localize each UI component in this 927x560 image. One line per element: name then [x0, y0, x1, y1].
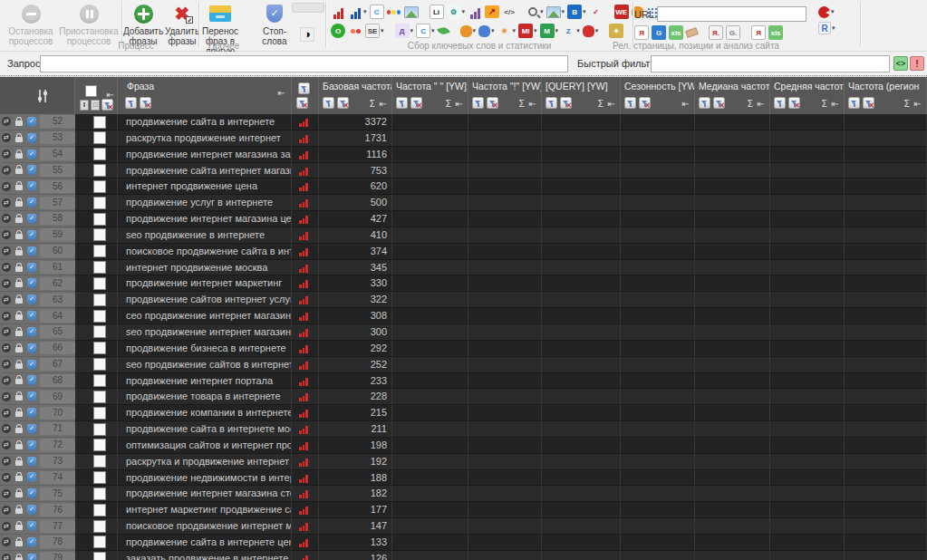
row-checkbox[interactable]: [93, 439, 106, 451]
frequency-chart-icon[interactable]: [299, 119, 308, 127]
row-transfer-icon[interactable]: ⇄: [2, 133, 11, 142]
leaf-icon-button[interactable]: [438, 23, 449, 39]
phrase-text[interactable]: продвижение сайта интернет магазина: [118, 163, 291, 179]
shield-icon[interactable]: ✓: [27, 505, 36, 515]
shield-icon[interactable]: ✓: [27, 537, 36, 547]
shield-icon[interactable]: ✓: [27, 488, 36, 498]
row-number[interactable]: 53: [40, 131, 75, 144]
row-header[interactable]: ⇄✓62: [0, 275, 75, 292]
frequency-chart-icon[interactable]: [299, 135, 308, 143]
row-number[interactable]: 75: [40, 488, 75, 500]
row-header[interactable]: ⇄✓74: [0, 470, 75, 487]
row-checkbox[interactable]: [93, 488, 106, 500]
filter-icon[interactable]: [472, 97, 484, 109]
row-checkbox[interactable]: [93, 552, 106, 560]
filter-icon[interactable]: [624, 97, 636, 109]
phrase-text[interactable]: поисковое продвижение интернет магаз: [118, 518, 291, 534]
row-number[interactable]: 70: [40, 407, 75, 420]
purple-chart-icon-button[interactable]: [468, 4, 482, 20]
shield-icon[interactable]: ✓: [27, 230, 36, 240]
frequency-chart-icon[interactable]: [299, 345, 308, 353]
shield-icon[interactable]: ✓: [27, 150, 36, 159]
liveinternet-icon-button[interactable]: Li: [430, 4, 444, 20]
row-transfer-icon[interactable]: ⇄: [2, 473, 11, 482]
row-header[interactable]: ⇄✓76: [0, 502, 75, 518]
phrase-text[interactable]: оптимизация сайтов и интернет продви: [118, 438, 291, 453]
lock-icon[interactable]: [15, 185, 23, 190]
phrase-text[interactable]: продвижение интернет портала: [118, 373, 291, 389]
row-header[interactable]: ⇄✓61: [0, 260, 75, 276]
spellcheck-icon-button[interactable]: ✓: [589, 4, 604, 20]
phrase-text[interactable]: продвижение интернет магазина стоимо: [118, 486, 291, 501]
phrase-text[interactable]: seo продвижение в интернете: [118, 227, 291, 243]
lock-icon[interactable]: [15, 460, 23, 466]
webeffector-icon-button[interactable]: WE: [614, 4, 629, 20]
phrase-text[interactable]: продвижение сайтов интернет услуги: [118, 292, 291, 307]
phrase-text[interactable]: продвижение сайта в интернете: [118, 114, 291, 130]
frequency-chart-icon[interactable]: [299, 442, 308, 450]
row-transfer-icon[interactable]: ⇄: [2, 376, 11, 385]
shield-icon[interactable]: ✓: [27, 375, 36, 385]
frequency-chart-icon[interactable]: [299, 329, 308, 337]
pin-icon[interactable]: ⇤: [832, 99, 839, 109]
frequency-chart-icon[interactable]: [299, 362, 308, 370]
frequency-chart-icon[interactable]: [299, 168, 308, 176]
column-header[interactable]: Частота "!" [YW]✕Σ⇤: [468, 77, 542, 115]
phrase-text[interactable]: продвижение бизнеса в интернете: [118, 341, 291, 356]
frequency-chart-icon[interactable]: [299, 265, 308, 273]
lock-icon[interactable]: [15, 266, 23, 272]
error-filter-button[interactable]: !: [910, 56, 924, 71]
lock-icon[interactable]: [15, 298, 23, 304]
pin-icon[interactable]: ⇤: [278, 88, 285, 98]
frequency-chart-icon[interactable]: [299, 296, 308, 304]
phrase-text[interactable]: заказать продвижение в интернете: [118, 551, 291, 560]
phrase-text[interactable]: продвижение интернет магазина цена: [118, 211, 291, 227]
gold-box-icon-button[interactable]: ✦: [609, 23, 623, 39]
shield-icon[interactable]: ✓: [27, 472, 36, 482]
filter-icon[interactable]: [774, 97, 786, 109]
row-checkbox[interactable]: [93, 164, 106, 177]
row-number[interactable]: 65: [40, 325, 75, 338]
row-header[interactable]: ⇄✓75: [0, 486, 75, 502]
shield-icon[interactable]: ✓: [27, 246, 36, 256]
row-transfer-icon[interactable]: ⇄: [2, 150, 11, 159]
sum-icon[interactable]: Σ: [598, 99, 604, 109]
row-transfer-icon[interactable]: ⇄: [2, 198, 11, 208]
row-header[interactable]: ⇄✓59: [0, 227, 75, 244]
row-header[interactable]: ⇄✓69: [0, 389, 75, 405]
row-number[interactable]: 72: [40, 439, 75, 451]
row-checkbox[interactable]: [93, 423, 106, 436]
frequency-chart-icon[interactable]: [299, 410, 308, 418]
c-refresh-icon-button[interactable]: C▾: [416, 23, 435, 39]
row-transfer-icon[interactable]: ⇄: [2, 554, 11, 560]
phrase-text[interactable]: продвижение товара в интернете: [118, 389, 291, 404]
row-checkbox[interactable]: [93, 520, 106, 533]
row-transfer-icon[interactable]: ⇄: [2, 214, 11, 223]
frequency-chart-icon[interactable]: [299, 216, 308, 224]
row-transfer-icon[interactable]: ⇄: [2, 537, 11, 546]
phrase-text[interactable]: продвижение сайта в интернете москва: [118, 421, 291, 437]
sun-icon-button[interactable]: ☀▾: [497, 23, 517, 39]
row-transfer-icon[interactable]: ⇄: [2, 489, 11, 498]
row-checkbox[interactable]: [93, 374, 106, 387]
shield-icon[interactable]: ✓: [27, 440, 36, 450]
frequency-chart-icon[interactable]: [299, 393, 308, 401]
row-number[interactable]: 78: [40, 536, 75, 548]
row-header[interactable]: ⇄✓54: [0, 147, 75, 163]
lock-icon[interactable]: [15, 363, 23, 369]
phrase-text[interactable]: продвижение компании в интернете: [118, 405, 291, 420]
row-header[interactable]: ⇄✓70: [0, 405, 75, 421]
row-header[interactable]: ⇄✓78: [0, 535, 75, 551]
stopwords-button[interactable]: ✓ Стоп-слова: [254, 2, 295, 46]
clear-filter-icon[interactable]: ✕: [863, 97, 874, 109]
lock-icon[interactable]: [15, 379, 23, 384]
shield-icon[interactable]: ✓: [27, 343, 36, 353]
shield-icon[interactable]: ✓: [27, 521, 36, 531]
lock-icon[interactable]: [15, 282, 23, 287]
lock-icon[interactable]: [15, 201, 23, 207]
row-number[interactable]: 73: [40, 455, 75, 468]
pin-icon[interactable]: ⇤: [456, 99, 463, 109]
lock-icon[interactable]: [15, 153, 23, 159]
column-header[interactable]: Частота " " [YW]✕Σ⇤: [392, 77, 468, 115]
row-checkbox[interactable]: [93, 213, 106, 226]
